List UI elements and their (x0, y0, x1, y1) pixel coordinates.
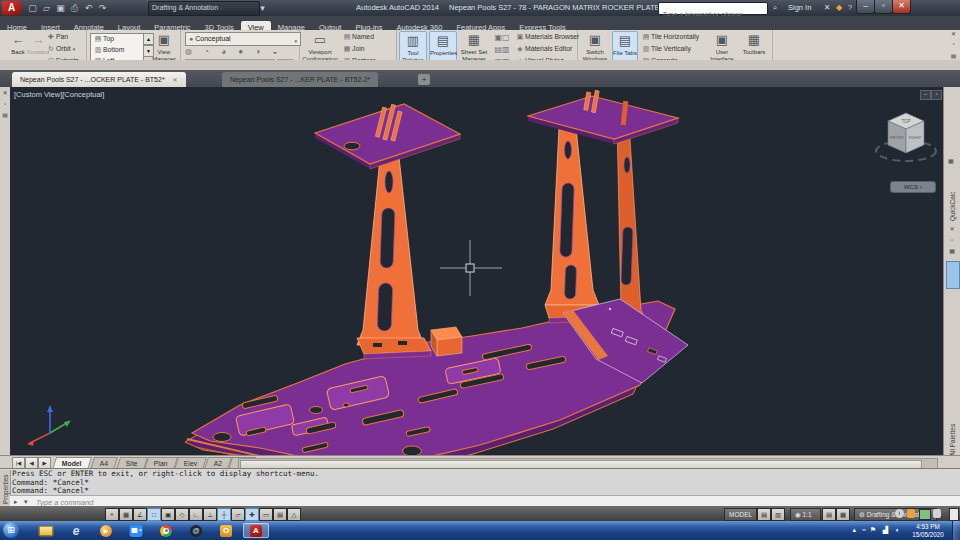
workspace-label: Drafting & Annotation (152, 4, 218, 11)
taskbar-app-dark[interactable]: @ (183, 523, 209, 538)
viewcube[interactable]: TOP FRONT RIGHT (868, 99, 940, 179)
annotation-scale-button[interactable]: ◉ 1:1 ▾ (790, 508, 821, 521)
materials-editor-button[interactable]: ◈Materials Editor (515, 44, 572, 54)
quick-view-layouts-icon[interactable]: ▤ (757, 508, 771, 521)
taskbar-clock[interactable]: 4:53 PM 15/05/2020 (905, 523, 951, 538)
tile-vertically-button[interactable]: ▥Tile Vertically (641, 44, 691, 54)
quick-view-drawings-icon[interactable]: ▥ (771, 508, 785, 521)
viewcube-right-face[interactable]: RIGHT (909, 135, 922, 140)
taskbar-zoom[interactable] (123, 523, 149, 538)
toggle-snap[interactable]: ▦ (119, 508, 133, 521)
view-manager-icon: ▣ (149, 31, 179, 49)
views-item-bottom[interactable]: ▥Bottom (93, 45, 125, 55)
tray-action-center-icon[interactable]: ⚑ (870, 526, 876, 534)
autohide-icon[interactable]: ▫ (948, 236, 956, 245)
visual-style-icon-row[interactable]: ◍ ◔ ◕ ● ◑ ◒ ◓ (185, 47, 295, 58)
info-icon[interactable]: i (895, 509, 904, 518)
chevron-down-icon[interactable]: ▾ (24, 498, 28, 506)
performance-monitor-icon[interactable] (919, 509, 931, 520)
tray-show-hidden-icon[interactable]: ▴ (852, 526, 856, 534)
view-top-icon: ▤ (93, 34, 103, 44)
views-item-top[interactable]: ▤Top (93, 34, 114, 44)
materials-browser-button[interactable]: ▣Materials Browser (515, 32, 579, 42)
taskbar-explorer[interactable] (33, 523, 59, 538)
toggle-infer-constraints[interactable]: + (105, 508, 119, 521)
minimize-button[interactable]: – (856, 0, 875, 14)
viewcube-top-face[interactable]: TOP (901, 119, 910, 124)
file-tab-active[interactable]: Nepean Pools S27 - ...OCKER PLATE - BT52… (12, 72, 186, 87)
sign-in-button[interactable]: Sign In (788, 3, 811, 12)
annotation-visibility-icon[interactable]: ▤ (822, 508, 836, 521)
toggle-otrack[interactable]: ⊥ (203, 508, 217, 521)
viewcube-front-face[interactable]: FRONT (890, 135, 904, 140)
toggle-polar[interactable]: ▣ (161, 508, 175, 521)
model-space-button[interactable]: MODEL (724, 508, 757, 521)
pan-button[interactable]: ✚Pan (46, 32, 68, 42)
command-icon[interactable]: ▸ (14, 498, 18, 506)
join-button[interactable]: ▦Join (342, 44, 364, 54)
toggle-grid[interactable]: ∠ (133, 508, 147, 521)
new-icon[interactable]: ▢ (26, 2, 39, 14)
redo-icon[interactable]: ↷ (96, 2, 109, 14)
taskbar-autocad[interactable]: A (243, 523, 269, 538)
toggle-sc[interactable]: △ (287, 508, 301, 521)
toggle-osnap[interactable]: ◇ (175, 508, 189, 521)
wcs-label: WCS (904, 184, 918, 190)
toggle-qp[interactable]: ▤ (273, 508, 287, 521)
new-tab-button[interactable]: + (418, 74, 430, 85)
close-button[interactable]: ✕ (892, 0, 911, 14)
tray-volume-icon[interactable]: ◖ (895, 526, 899, 533)
search-icon[interactable]: ⌕ (768, 2, 782, 14)
toggle-3dosnap[interactable]: ∟ (189, 508, 203, 521)
taskbar-media-player[interactable]: ▶ (93, 523, 119, 538)
toggle-tpy[interactable]: ▭ (259, 508, 273, 521)
file-tab-inactive[interactable]: Nepean Pools S27 - ...KER PLATE - BT52-2… (222, 72, 378, 87)
dock-pin-icon[interactable]: ▫ (949, 41, 958, 50)
isolate-objects-icon[interactable] (933, 509, 941, 518)
drawing-canvas[interactable]: [Custom View][Conceptual] – ▫ (10, 87, 943, 455)
toggle-lwt[interactable]: ✚ (245, 508, 259, 521)
taskbar-internet-explorer[interactable]: e (63, 523, 89, 538)
quickcalc-dock-title[interactable]: QuickCalc (949, 169, 956, 221)
viewcube-wcs-dropdown[interactable]: WCS ▾ (890, 181, 936, 193)
taskbar-outlook[interactable]: O (213, 523, 239, 538)
infocenter-search[interactable] (658, 2, 768, 15)
print-icon[interactable]: ⎙ (68, 2, 81, 14)
app-menu-button[interactable]: A (2, 1, 21, 15)
autoscale-icon[interactable]: ▦ (836, 508, 850, 521)
lock-icon[interactable] (907, 509, 915, 518)
properties-dock-label: Properties (2, 472, 9, 504)
help-icon[interactable]: ? (843, 2, 857, 14)
toggle-dyn[interactable]: ▱ (231, 508, 245, 521)
open-icon[interactable]: ▱ (40, 2, 53, 14)
workspace-switcher[interactable]: Drafting & Annotation ▾ (148, 1, 260, 16)
undo-icon[interactable]: ↶ (82, 2, 95, 14)
conceptual-icon: ● (189, 35, 193, 42)
tray-network-icon[interactable]: ▟ (883, 526, 888, 534)
clean-screen-icon[interactable] (949, 508, 959, 521)
show-desktop-button[interactable] (952, 521, 960, 540)
orbit-button[interactable]: ↻Orbit ▾ (46, 44, 75, 54)
tray-power-icon[interactable]: ⌁ (862, 526, 866, 534)
start-button[interactable]: ⊞ (3, 522, 19, 538)
toggle-ducs[interactable]: ┼ (217, 508, 231, 521)
toggle-ortho[interactable]: □ (147, 508, 161, 521)
tile-horizontally-button[interactable]: ▤Tile Horizontally (641, 32, 699, 42)
dock-properties-icon[interactable]: ▤ (1, 111, 9, 120)
dock-grid-icon[interactable]: ▦ (948, 247, 956, 256)
save-icon[interactable]: ▣ (54, 2, 67, 14)
dock-active-tool[interactable] (946, 261, 960, 289)
close-icon[interactable]: ✕ (948, 225, 956, 234)
close-icon[interactable]: ✕ (1, 89, 9, 98)
visual-style-dropdown[interactable]: ● Conceptual ▾ (185, 32, 301, 46)
named-button[interactable]: ▤Named (342, 32, 374, 42)
autohide-icon[interactable]: ▫ (1, 100, 9, 109)
close-icon[interactable]: ✕ (173, 77, 178, 83)
maximize-button[interactable]: ▫ (874, 0, 893, 14)
taskbar-chrome[interactable] (153, 523, 179, 538)
command-history[interactable]: Press ESC or ENTER to exit, or right-cli… (12, 470, 958, 495)
dock-close-icon[interactable]: ✕ (949, 30, 958, 39)
quickcalc-icon[interactable]: ▦ (948, 157, 957, 166)
join-label: Join (352, 45, 364, 52)
qat-more-icon[interactable]: ▾ (256, 2, 269, 14)
